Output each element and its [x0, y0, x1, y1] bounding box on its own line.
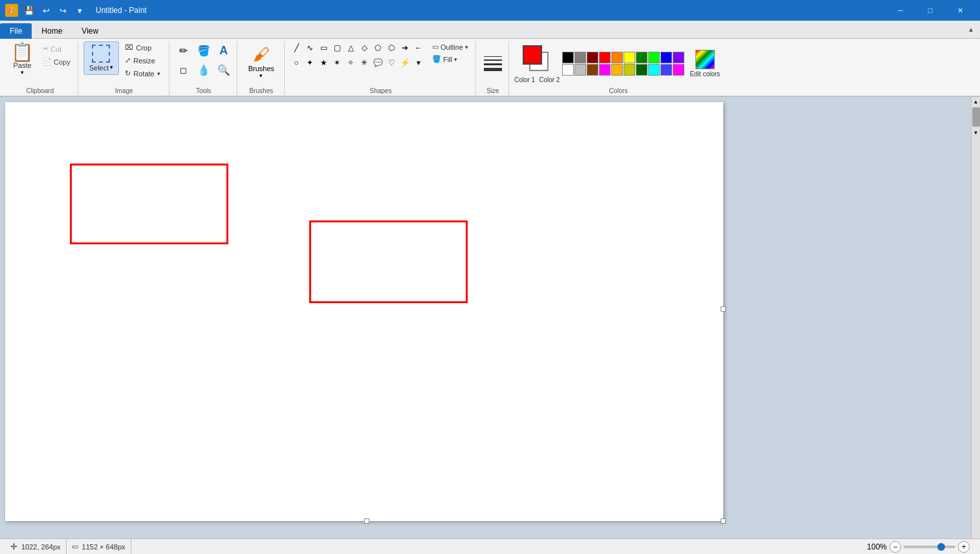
palette-color[interactable] [574, 52, 586, 63]
shape-arrow-right[interactable]: ➔ [398, 41, 411, 54]
shape-roundrect[interactable]: ▢ [331, 41, 343, 54]
outline-dropdown-arrow: ▾ [465, 44, 468, 50]
select-button[interactable]: Select ▾ [83, 41, 120, 75]
shape-lightning[interactable]: ⚡ [398, 56, 411, 69]
edit-colors-button[interactable]: Edit colors [687, 48, 723, 79]
tab-home[interactable]: Home [32, 23, 72, 39]
image-label: Image [115, 85, 133, 96]
paint-canvas[interactable] [5, 102, 723, 521]
palette-color[interactable] [636, 64, 648, 76]
scroll-down-button[interactable]: ▼ [972, 128, 981, 137]
shape-hexagon[interactable]: ⬡ [385, 41, 398, 54]
crop-icon: ⌧ [125, 43, 133, 52]
outline-button[interactable]: ▭ Outline ▾ [429, 41, 472, 52]
paste-dropdown-arrow: ▾ [21, 69, 24, 76]
palette-color[interactable] [648, 64, 660, 76]
canvas-resize-handle-corner[interactable] [721, 518, 726, 524]
shape-star4[interactable]: ✦ [303, 56, 316, 69]
shape-curve[interactable]: ∿ [303, 41, 316, 54]
palette-color[interactable] [636, 52, 648, 63]
brushes-button[interactable]: 🖌 Brushes ▾ [243, 41, 280, 82]
outline-icon: ▭ [432, 43, 439, 51]
palette-color[interactable] [611, 52, 623, 63]
size-5px[interactable] [484, 68, 502, 71]
save-button[interactable]: 💾 [22, 3, 36, 17]
edit-colors-label: Edit colors [690, 70, 720, 78]
palette-color[interactable] [562, 52, 574, 63]
color1-swatch[interactable] [523, 45, 542, 65]
shape-star5[interactable]: ★ [317, 56, 330, 69]
shape-callout-rect[interactable]: 💬 [371, 56, 384, 69]
pencil-button[interactable]: ✏ [175, 41, 193, 59]
resize-button[interactable]: ⤢ Resize [120, 54, 164, 67]
canvas-size: 1152 × 648px [82, 543, 125, 551]
fill-button[interactable]: 🪣 Fill ▾ [429, 54, 472, 65]
fill-button[interactable]: 🪣 [195, 41, 213, 59]
palette-color[interactable] [587, 64, 598, 76]
palette-color[interactable] [624, 64, 635, 76]
size-2px[interactable] [484, 59, 502, 61]
undo-button[interactable]: ↩ [39, 3, 53, 17]
ribbon: 📋 Paste ▾ ✂ Cut 📄 Copy Clipboard [0, 39, 980, 97]
palette-color[interactable] [648, 52, 660, 63]
image-group: Select ▾ ⌧ Crop ⤢ Resize ↻ Rotate ▾ [80, 41, 169, 96]
palette-color[interactable] [673, 52, 684, 63]
close-button[interactable]: ✕ [945, 0, 975, 21]
eraser-button[interactable]: ◻ [175, 61, 193, 79]
palette-color[interactable] [562, 64, 574, 76]
colorpicker-button[interactable]: 💧 [195, 61, 213, 79]
palette-color[interactable] [599, 52, 611, 63]
palette-color[interactable] [611, 64, 623, 76]
shape-burst[interactable]: ✳ [358, 56, 371, 69]
size-1px[interactable] [484, 56, 502, 57]
shape-diamond[interactable]: ◇ [358, 41, 371, 54]
cut-button[interactable]: ✂ Cut [39, 43, 74, 55]
palette-color[interactable] [660, 64, 672, 76]
shape-ellipse[interactable]: ○ [290, 56, 303, 69]
shapes-row-1: ╱ ∿ ▭ ▢ △ ◇ ⬠ ⬡ ➔ ← [290, 41, 425, 54]
rotate-button[interactable]: ↻ Rotate ▾ [120, 67, 164, 80]
shapes-label: Shapes [370, 85, 392, 96]
select-icon [92, 45, 110, 63]
shapes-more-arrow[interactable]: ▾ [412, 56, 425, 69]
text-button[interactable]: A [215, 41, 233, 59]
magnifier-button[interactable]: 🔍 [215, 61, 233, 79]
canvas-resize-handle-right[interactable] [721, 306, 726, 312]
shape-heart[interactable]: ♡ [385, 56, 398, 69]
palette-color[interactable] [574, 64, 586, 76]
shape-triangle[interactable]: △ [344, 41, 357, 54]
shape-pentagon[interactable]: ⬠ [371, 41, 384, 54]
tab-view[interactable]: View [72, 23, 108, 39]
palette-color[interactable] [660, 52, 672, 63]
cut-icon: ✂ [43, 45, 49, 53]
fill-dropdown-arrow: ▾ [454, 56, 457, 63]
shape-arrow-left[interactable]: ← [412, 41, 425, 54]
canvas-resize-handle-bottom[interactable] [364, 518, 369, 524]
shape-rect[interactable]: ▭ [317, 41, 330, 54]
shape-star-outline[interactable]: ✧ [344, 56, 357, 69]
palette-color[interactable] [624, 52, 635, 63]
tab-file[interactable]: File [0, 23, 32, 39]
ribbon-collapse-button[interactable]: ▲ [962, 20, 980, 38]
size-3px[interactable] [484, 63, 502, 65]
scroll-up-button[interactable]: ▲ [972, 97, 981, 106]
minimize-button[interactable]: ─ [886, 0, 915, 21]
palette-color[interactable] [587, 52, 598, 63]
palette-color[interactable] [599, 64, 611, 76]
shape-line[interactable]: ╱ [290, 41, 303, 54]
zoom-in-button[interactable]: + [958, 541, 970, 553]
zoom-out-button[interactable]: − [889, 541, 901, 553]
zoom-thumb[interactable] [937, 543, 945, 551]
cursor-position-section: ✛ 1022, 264px [5, 539, 67, 554]
copy-button[interactable]: 📄 Copy [39, 56, 74, 68]
crop-button[interactable]: ⌧ Crop [120, 41, 164, 54]
palette-color[interactable] [673, 64, 684, 76]
scroll-thumb[interactable] [972, 107, 980, 127]
paste-button[interactable]: 📋 Paste ▾ [6, 41, 38, 78]
shape-star6[interactable]: ✶ [331, 56, 343, 69]
redo-button[interactable]: ↪ [56, 3, 70, 17]
copy-icon: 📄 [43, 58, 52, 66]
maximize-button[interactable]: □ [915, 0, 945, 21]
qa-dropdown-button[interactable]: ▾ [72, 3, 87, 17]
zoom-slider[interactable] [904, 546, 955, 548]
